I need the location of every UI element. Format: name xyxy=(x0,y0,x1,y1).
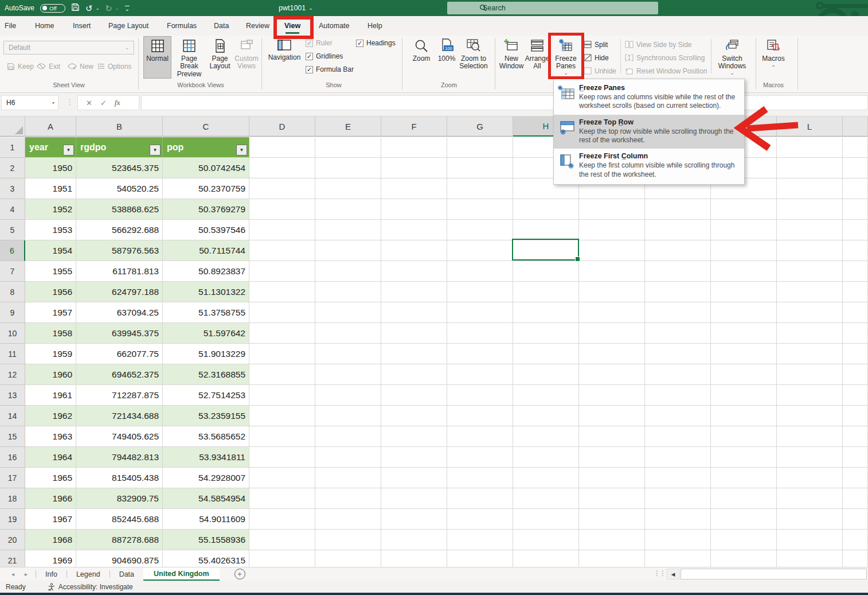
row-header-12[interactable]: 12 xyxy=(0,364,25,385)
cell-empty[interactable] xyxy=(579,323,645,344)
page-layout-view-button[interactable]: Page Layout xyxy=(207,37,233,78)
cell-A5[interactable]: 1953 xyxy=(25,220,76,240)
cell-A3[interactable]: 1951 xyxy=(25,178,76,199)
sheet-tab-united-kingdom[interactable]: United Kingdom xyxy=(143,567,220,581)
cell-empty[interactable] xyxy=(711,550,777,567)
cell-empty[interactable] xyxy=(315,302,381,323)
cell-B9[interactable]: 637094.25 xyxy=(76,302,163,323)
cell-empty[interactable] xyxy=(843,240,868,261)
cell-empty[interactable] xyxy=(711,302,777,323)
cell-empty[interactable] xyxy=(579,344,645,364)
column-header-B[interactable]: B xyxy=(76,116,163,137)
tabbar-splitter[interactable]: ⋮⋮ xyxy=(654,569,665,577)
cell-empty[interactable] xyxy=(579,302,645,323)
cell-empty[interactable] xyxy=(711,426,777,447)
cell-empty[interactable] xyxy=(381,344,447,364)
table-header-pop[interactable]: pop▼ xyxy=(163,137,249,158)
new-window-button[interactable]: New Window xyxy=(498,37,525,78)
cell-empty[interactable] xyxy=(513,447,579,468)
row-header-8[interactable]: 8 xyxy=(0,282,25,302)
name-box[interactable]: H6 ▾ xyxy=(1,95,58,110)
cell-empty[interactable] xyxy=(843,137,868,158)
cell-B13[interactable]: 712287.875 xyxy=(76,385,163,406)
cell-B8[interactable]: 624797.188 xyxy=(76,282,163,302)
cell-empty[interactable] xyxy=(645,385,711,406)
cell-empty[interactable] xyxy=(513,406,579,426)
cell-B2[interactable]: 523645.375 xyxy=(76,158,163,178)
cell-empty[interactable] xyxy=(645,509,711,530)
cell-empty[interactable] xyxy=(315,364,381,385)
cell-empty[interactable] xyxy=(381,240,447,261)
cell-empty[interactable] xyxy=(447,550,513,567)
cell-B16[interactable]: 794482.813 xyxy=(76,447,163,468)
cell-empty[interactable] xyxy=(645,468,711,488)
cell-empty[interactable] xyxy=(711,199,777,220)
cell-empty[interactable] xyxy=(381,178,447,199)
cell-B12[interactable]: 694652.375 xyxy=(76,364,163,385)
cell-empty[interactable] xyxy=(249,488,315,509)
undo-caret-icon[interactable]: ⌄ xyxy=(96,6,100,11)
cell-empty[interactable] xyxy=(645,344,711,364)
cell-empty[interactable] xyxy=(315,282,381,302)
zoom-to-selection-button[interactable]: Zoom to Selection xyxy=(457,37,490,78)
cell-empty[interactable] xyxy=(249,261,315,282)
cell-empty[interactable] xyxy=(843,199,868,220)
row-header-19[interactable]: 19 xyxy=(0,509,25,530)
cell-empty[interactable] xyxy=(315,344,381,364)
cell-C5[interactable]: 50.5397546 xyxy=(163,220,249,240)
cell-A2[interactable]: 1950 xyxy=(25,158,76,178)
formula-bar-checkbox[interactable]: ✓ Formula Bar xyxy=(306,65,354,73)
cell-B5[interactable]: 566292.688 xyxy=(76,220,163,240)
cell-empty[interactable] xyxy=(711,406,777,426)
cell-A15[interactable]: 1963 xyxy=(25,426,76,447)
cell-empty[interactable] xyxy=(843,323,868,344)
cell-B14[interactable]: 721434.688 xyxy=(76,406,163,426)
cell-B4[interactable]: 538868.625 xyxy=(76,199,163,220)
cell-A17[interactable]: 1965 xyxy=(25,468,76,488)
cell-empty[interactable] xyxy=(447,447,513,468)
cell-empty[interactable] xyxy=(711,530,777,550)
sheet-nav-left-icon[interactable]: ◂ xyxy=(11,571,14,577)
cell-empty[interactable] xyxy=(579,261,645,282)
column-header-D[interactable]: D xyxy=(249,116,315,137)
cell-empty[interactable] xyxy=(777,550,843,567)
cell-B19[interactable]: 852445.688 xyxy=(76,509,163,530)
row-header-1[interactable]: 1 xyxy=(0,137,25,158)
cell-empty[interactable] xyxy=(513,364,579,385)
cell-empty[interactable] xyxy=(381,220,447,240)
cell-empty[interactable] xyxy=(249,178,315,199)
cell-A19[interactable]: 1967 xyxy=(25,509,76,530)
cell-empty[interactable] xyxy=(447,199,513,220)
cell-C14[interactable]: 53.2359155 xyxy=(163,406,249,426)
cell-A16[interactable]: 1964 xyxy=(25,447,76,468)
cell-A9[interactable]: 1957 xyxy=(25,302,76,323)
sheet-tab-legend[interactable]: Legend xyxy=(67,567,110,581)
cell-empty[interactable] xyxy=(249,240,315,261)
cell-empty[interactable] xyxy=(711,282,777,302)
cell-empty[interactable] xyxy=(315,488,381,509)
cell-empty[interactable] xyxy=(315,550,381,567)
cell-empty[interactable] xyxy=(777,468,843,488)
cell-A4[interactable]: 1952 xyxy=(25,199,76,220)
filter-button[interactable]: ▼ xyxy=(236,145,247,155)
cell-empty[interactable] xyxy=(315,158,381,178)
cell-empty[interactable] xyxy=(315,447,381,468)
cell-empty[interactable] xyxy=(315,199,381,220)
cell-empty[interactable] xyxy=(381,364,447,385)
cell-empty[interactable] xyxy=(249,530,315,550)
row-header-18[interactable]: 18 xyxy=(0,488,25,509)
cell-empty[interactable] xyxy=(777,158,843,178)
cell-empty[interactable] xyxy=(315,530,381,550)
cell-C21[interactable]: 55.4026315 xyxy=(163,550,249,567)
accessibility-status[interactable]: Accessibility: Investigate xyxy=(48,583,133,591)
cell-empty[interactable] xyxy=(579,468,645,488)
search-input[interactable]: Search xyxy=(447,2,658,14)
headings-checkbox[interactable]: ✓ Headings xyxy=(356,39,396,47)
cell-empty[interactable] xyxy=(513,426,579,447)
cell-empty[interactable] xyxy=(843,406,868,426)
hide-button[interactable]: Hide xyxy=(584,52,609,63)
cell-C7[interactable]: 50.8923837 xyxy=(163,261,249,282)
row-header-16[interactable]: 16 xyxy=(0,447,25,468)
cell-empty[interactable] xyxy=(381,447,447,468)
row-header-3[interactable]: 3 xyxy=(0,178,25,199)
